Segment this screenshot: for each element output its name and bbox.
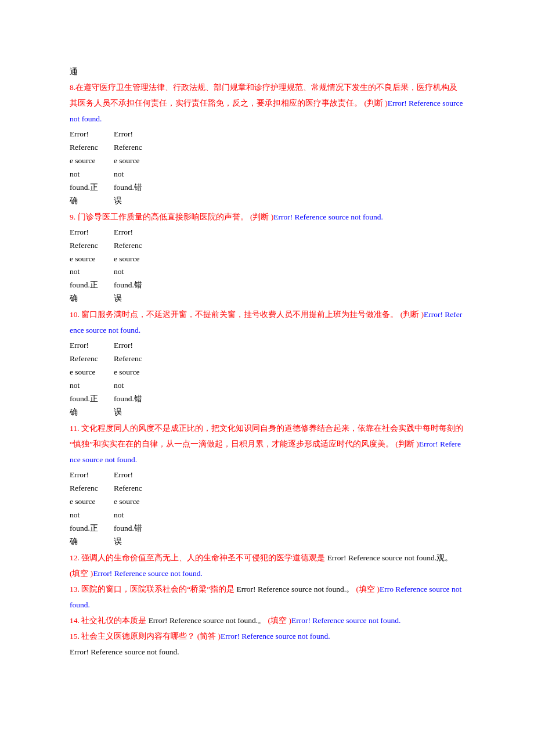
q9-number: 9. (70, 213, 78, 221)
q12-error-link[interactable]: Error! Reference source not found. (93, 569, 203, 578)
q15-error-link[interactable]: Error! Reference source not found. (221, 632, 330, 640)
q13-blank-error: Error! Reference source not found. (234, 585, 346, 593)
q14-number: 14. (70, 616, 81, 625)
q9-type: (判断 ) (248, 213, 274, 221)
q10-tf-options: Error! Referenc e source not found.正 确 E… (70, 339, 464, 419)
question-9: 9. 门诊导医工作质量的高低直接影响医院的声誉。 (判断 )Error! Ref… (70, 209, 464, 225)
q13-type: (填空 ) (354, 585, 380, 593)
q11-number: 11. (70, 424, 81, 433)
q10-false-option[interactable]: Error! Referenc e source not found.错 误 (114, 339, 156, 419)
question-15: 15. 社会主义医德原则内容有哪些？ (简答 )Error! Reference… (70, 628, 464, 644)
q14-error-link-a[interactable]: Error! Reference source not (291, 616, 381, 625)
q10-number: 10. (70, 310, 81, 319)
question-8: 8.在遵守医疗卫生管理法律、行政法规、部门规章和诊疗护理规范、常规情况下发生的不… (70, 80, 464, 127)
q12-type: (填空 ) (70, 569, 93, 578)
q8-false-option[interactable]: Error! Referenc e source not found.错 误 (114, 128, 156, 208)
q10-text: 窗口服务满时点，不延迟开窗，不提前关窗，挂号收费人员不用提前上班为挂号做准备。 (81, 310, 398, 319)
question-10: 10. 窗口服务满时点，不延迟开窗，不提前关窗，挂号收费人员不用提前上班为挂号做… (70, 307, 464, 338)
q8-tf-options: Error! Referenc e source not found.正 确 E… (70, 128, 464, 208)
question-14: 14. 社交礼仪的本质是 Error! Reference source not… (70, 613, 464, 628)
q12-text-a: 强调人的生命价值至高无上、人的生命神圣不可侵犯的医学道德观是 (81, 553, 325, 562)
q10-error-link-a[interactable]: Error! (424, 310, 443, 319)
q12-text-b: 观。 (436, 553, 453, 562)
q13-number: 13. (70, 585, 81, 593)
q9-true-option[interactable]: Error! Referenc e source not found.正 确 (70, 226, 111, 306)
q15-number: 15. (70, 632, 81, 640)
q12-number: 12. (70, 553, 81, 562)
q14-error-link-b[interactable]: found. (381, 616, 401, 625)
q14-text-b: 。 (258, 616, 266, 625)
q13-text-a: 医院的窗口，医院联系社会的“桥梁”指的是 (81, 585, 234, 593)
q8-number: 8. (70, 83, 75, 92)
q15-text: 社会主义医德原则内容有哪些？ (81, 632, 195, 640)
q8-type: (判断 ) (362, 99, 388, 107)
q14-type: (填空 ) (266, 616, 291, 625)
q13-text-b: 。 (346, 585, 354, 593)
q9-false-option[interactable]: Error! Referenc e source not found.错 误 (114, 226, 156, 306)
q12-blank-error: Error! Reference source not found. (325, 553, 436, 562)
q9-error-link[interactable]: Error! Reference source not found. (273, 213, 383, 221)
q10-type: (判断 ) (398, 310, 424, 319)
q15-answer: Error! Reference source not found. (70, 644, 464, 660)
q11-true-option[interactable]: Error! Referenc e source not found.正 确 (70, 469, 111, 549)
q8-true-option[interactable]: Error! Referenc e source not found.正 确 (70, 128, 111, 208)
q13-error-link-a[interactable]: Erro (380, 585, 394, 593)
q14-blank-error: Error! Reference source not found. (146, 616, 258, 625)
question-11: 11. 文化程度同人的风度不是成正比的，把文化知识同自身的道德修养结合起来，依靠… (70, 420, 464, 467)
question-13: 13. 医院的窗口，医院联系社会的“桥梁”指的是 Error! Referenc… (70, 581, 464, 613)
q9-text: 门诊导医工作质量的高低直接影响医院的声誉。 (78, 213, 248, 221)
q10-true-option[interactable]: Error! Referenc e source not found.正 确 (70, 339, 111, 419)
q15-type: (简答 ) (195, 632, 221, 640)
fragment-top: 通 (70, 64, 464, 80)
q9-tf-options: Error! Referenc e source not found.正 确 E… (70, 226, 464, 306)
q11-type: (判断 ) (394, 440, 419, 448)
question-12: 12. 强调人的生命价值至高无上、人的生命神圣不可侵犯的医学道德观是 Error… (70, 550, 464, 581)
q14-text-a: 社交礼仪的本质是 (81, 616, 146, 625)
q11-false-option[interactable]: Error! Referenc e source not found.错 误 (114, 469, 156, 549)
q11-tf-options: Error! Referenc e source not found.正 确 E… (70, 469, 464, 549)
